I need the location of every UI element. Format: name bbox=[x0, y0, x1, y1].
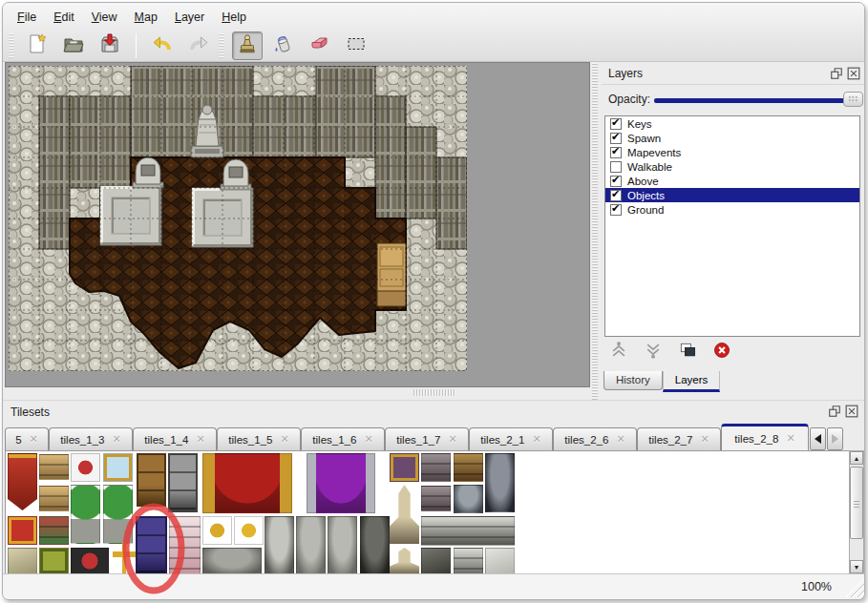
tile-purple-throne[interactable] bbox=[307, 453, 375, 513]
horizontal-splitter[interactable] bbox=[5, 388, 590, 397]
float-panel-icon[interactable] bbox=[830, 67, 843, 80]
tile-mirror[interactable] bbox=[103, 453, 133, 482]
tile-obelisk[interactable] bbox=[390, 485, 419, 544]
layer-row-keys[interactable]: ✔Keys bbox=[605, 116, 859, 131]
close-tab-icon[interactable]: ✕ bbox=[196, 433, 204, 446]
scroll-tabs-left-button[interactable] bbox=[810, 427, 826, 450]
close-tab-icon[interactable]: ✕ bbox=[448, 433, 456, 446]
lower-layer-button[interactable] bbox=[640, 341, 667, 364]
map-canvas[interactable] bbox=[9, 66, 467, 371]
menu-item-view[interactable]: View bbox=[83, 8, 126, 27]
close-panel-icon[interactable] bbox=[847, 67, 860, 80]
tileset-scrollbar[interactable]: ▲ ▼ bbox=[849, 450, 864, 574]
scroll-tabs-right-button[interactable] bbox=[827, 427, 843, 450]
eraser-tool-button[interactable] bbox=[305, 31, 335, 60]
redo-button[interactable] bbox=[183, 31, 214, 60]
layer-row-spawn[interactable]: ✔Spawn bbox=[605, 131, 859, 145]
layer-row-objects[interactable]: ✔Objects bbox=[605, 188, 859, 202]
tile-red-throne[interactable] bbox=[202, 453, 292, 513]
scrollbar-thumb[interactable] bbox=[850, 467, 863, 539]
layer-checkbox[interactable]: ✔ bbox=[610, 147, 622, 158]
close-tab-icon[interactable]: ✕ bbox=[30, 433, 38, 446]
splitter-grip[interactable] bbox=[413, 389, 455, 396]
close-tab-icon[interactable]: ✕ bbox=[364, 433, 372, 446]
tile-gray-shelf-bottom[interactable] bbox=[421, 486, 451, 511]
tileset-tab-tiles_1_4[interactable]: tiles_1_4✕ bbox=[133, 427, 217, 450]
tile-purple-door[interactable] bbox=[136, 516, 167, 574]
layer-row-mapevents[interactable]: ✔Mapevents bbox=[605, 145, 859, 159]
close-tab-icon[interactable]: ✕ bbox=[700, 433, 709, 446]
delete-layer-button[interactable] bbox=[709, 341, 735, 364]
tile-parchment[interactable] bbox=[8, 548, 37, 574]
tile-green-banner[interactable] bbox=[39, 548, 69, 574]
toolbar-handle[interactable] bbox=[219, 33, 224, 58]
opacity-slider[interactable] bbox=[654, 98, 845, 103]
float-panel-icon[interactable] bbox=[828, 405, 841, 418]
tile-palm-plant-left[interactable] bbox=[71, 485, 100, 544]
close-tab-icon[interactable]: ✕ bbox=[280, 433, 288, 446]
tile-stone-pillar[interactable] bbox=[421, 548, 451, 574]
resize-grip[interactable] bbox=[845, 578, 864, 597]
raise-layer-button[interactable] bbox=[605, 341, 632, 364]
tile-stone-block[interactable] bbox=[485, 548, 515, 574]
tileset-tab-tiles_2_8[interactable]: tiles_2_8✕ bbox=[721, 424, 809, 450]
tile-gold-pile[interactable] bbox=[234, 516, 264, 545]
scroll-up-icon[interactable]: ▲ bbox=[850, 451, 863, 465]
tile-gargoyle-right[interactable] bbox=[328, 516, 357, 574]
tile-stone-ledge-small[interactable] bbox=[454, 548, 483, 574]
tileset-tab-tiles_1_3[interactable]: tiles_1_3✕ bbox=[49, 427, 133, 450]
tile-king-portrait[interactable] bbox=[390, 453, 419, 482]
close-panel-icon[interactable] bbox=[845, 405, 858, 418]
map-canvas-area[interactable] bbox=[5, 62, 590, 387]
save-button[interactable] bbox=[95, 31, 125, 60]
splitter-grip[interactable] bbox=[592, 62, 598, 400]
layer-checkbox[interactable]: ✔ bbox=[610, 118, 622, 130]
layer-row-ground[interactable]: ✔Ground bbox=[605, 202, 859, 217]
toolbar-handle[interactable] bbox=[9, 33, 14, 58]
close-tab-icon[interactable]: ✕ bbox=[532, 433, 540, 446]
tile-wood-box[interactable] bbox=[454, 453, 483, 482]
stamp-tool-button[interactable] bbox=[232, 31, 263, 60]
tileset-tab-tiles_2_1[interactable]: tiles_2_1✕ bbox=[469, 427, 553, 450]
layer-checkbox[interactable]: ✔ bbox=[610, 190, 622, 201]
tile-pink-bed[interactable] bbox=[169, 516, 201, 574]
tile-loom-top[interactable] bbox=[39, 454, 69, 480]
layer-checkbox[interactable]: ✔ bbox=[610, 204, 622, 216]
tile-gargoyle-left[interactable] bbox=[296, 516, 326, 574]
menu-item-edit[interactable]: Edit bbox=[45, 8, 83, 27]
tile-gold-clasp[interactable] bbox=[202, 516, 232, 545]
tileset-tab-tiles_1_7[interactable]: tiles_1_7✕ bbox=[385, 427, 469, 450]
dock-tab-history[interactable]: History bbox=[603, 371, 663, 390]
scroll-down-icon[interactable]: ▼ bbox=[850, 560, 863, 573]
tile-gray-shelf-top[interactable] bbox=[421, 453, 451, 482]
tile-red-drum[interactable] bbox=[71, 453, 100, 482]
new-file-button[interactable] bbox=[22, 31, 53, 60]
layer-row-above[interactable]: ✔Above bbox=[605, 174, 859, 188]
tile-drum-pedestal[interactable] bbox=[71, 548, 109, 574]
layer-checkbox[interactable]: ✔ bbox=[610, 133, 622, 144]
menu-item-help[interactable]: Help bbox=[213, 8, 255, 27]
close-tab-icon[interactable]: ✕ bbox=[112, 433, 120, 446]
tile-red-banner[interactable] bbox=[8, 453, 37, 510]
tile-red-emblem[interactable] bbox=[8, 516, 37, 545]
tile-obelisk-small[interactable] bbox=[390, 548, 419, 574]
tileset-tab-5[interactable]: 5✕ bbox=[5, 427, 49, 450]
tileset-tab-tiles_1_5[interactable]: tiles_1_5✕ bbox=[217, 427, 301, 450]
tile-demon-planter[interactable] bbox=[360, 516, 390, 574]
tile-armor-pile[interactable] bbox=[454, 485, 483, 513]
tileset-tab-tiles_2_7[interactable]: tiles_2_7✕ bbox=[637, 427, 721, 450]
fill-tool-button[interactable] bbox=[268, 31, 299, 60]
tile-stone-ledge[interactable] bbox=[421, 516, 515, 546]
opacity-slider-thumb[interactable] bbox=[843, 92, 863, 107]
layer-checkbox[interactable]: ✔ bbox=[610, 176, 622, 187]
tile-loom-bottom[interactable] bbox=[39, 486, 69, 511]
tile-hooded-statue[interactable] bbox=[265, 516, 294, 574]
layer-row-walkable[interactable]: Walkable bbox=[605, 159, 859, 174]
layer-checkbox[interactable] bbox=[610, 161, 622, 173]
open-folder-button[interactable] bbox=[58, 31, 89, 60]
tile-bookshelf[interactable] bbox=[39, 516, 69, 545]
tileset-tab-tiles_2_6[interactable]: tiles_2_6✕ bbox=[553, 427, 637, 450]
tile-rock-pile[interactable] bbox=[202, 548, 262, 574]
tile-palm-plant-right[interactable] bbox=[103, 485, 133, 544]
dock-tab-layers[interactable]: Layers bbox=[663, 371, 721, 392]
